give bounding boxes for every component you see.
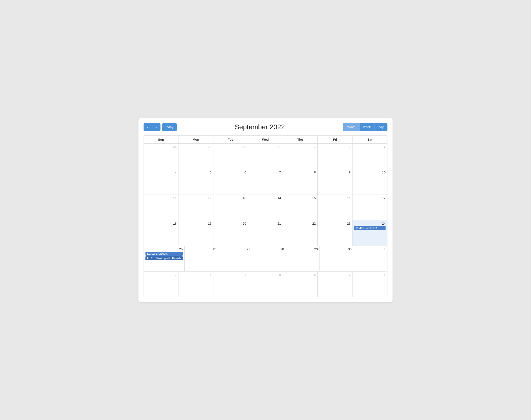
day-cell[interactable]: 28	[144, 144, 178, 169]
calendar-event[interactable]: 11:41pBreakfast!	[145, 252, 183, 256]
day-cell[interactable]: 18	[144, 220, 178, 246]
day-header-tue: Tue	[213, 135, 248, 143]
day-number: 5	[250, 273, 281, 276]
day-cell[interactable]: 30	[213, 144, 248, 169]
day-cell[interactable]: 6	[213, 169, 248, 195]
day-cell[interactable]: 29	[178, 144, 213, 169]
day-cell[interactable]: 1	[283, 144, 318, 169]
day-number: 7	[250, 170, 281, 174]
day-cell[interactable]: 12	[178, 195, 213, 220]
day-number: 21	[250, 222, 281, 225]
day-cell[interactable]: 16	[318, 195, 352, 220]
day-header-thu: Thu	[283, 135, 318, 143]
day-cell[interactable]: 30	[320, 246, 354, 271]
day-cell[interactable]: 6	[283, 271, 318, 297]
day-number: 30	[215, 145, 246, 149]
day-cell[interactable]: 3	[353, 144, 387, 169]
day-cell[interactable]: 19	[178, 220, 213, 246]
day-cell[interactable]: 8	[353, 271, 387, 297]
day-header-fri: Fri	[318, 135, 352, 143]
day-cell[interactable]: 2511:41pBreakfast!11:41pMeeting with Pam…	[144, 246, 185, 271]
week-row: 2345678	[144, 271, 387, 297]
nav-btn-group: ‹ ›	[144, 123, 161, 131]
day-cell[interactable]: 9	[318, 169, 352, 195]
day-number: 6	[215, 170, 246, 174]
event-time: 11:41p	[147, 252, 155, 255]
day-cell[interactable]: 2	[144, 271, 178, 297]
day-header-wed: Wed	[248, 135, 283, 143]
day-number: 12	[180, 196, 211, 200]
day-cell[interactable]: 2411:41pBreakfast!	[353, 220, 387, 246]
day-cell[interactable]: 2	[318, 144, 352, 169]
day-number: 30	[322, 247, 352, 251]
calendar-title: September 2022	[235, 123, 285, 131]
view-toggle: month week day	[343, 123, 387, 131]
day-cell[interactable]: 29	[286, 246, 320, 271]
day-number: 24	[354, 222, 386, 225]
day-cell[interactable]: 15	[283, 195, 318, 220]
day-cell[interactable]: 5	[248, 271, 283, 297]
day-cell[interactable]: 8	[283, 169, 318, 195]
week-row: 11121314151617	[144, 195, 387, 220]
day-number: 19	[180, 222, 211, 225]
day-cell[interactable]: 5	[178, 169, 213, 195]
today-button[interactable]: today	[162, 123, 177, 131]
day-number: 5	[180, 170, 211, 174]
day-cell[interactable]: 3	[178, 271, 213, 297]
day-cell[interactable]: 10	[353, 169, 387, 195]
calendar-event[interactable]: 11:41pMeeting with Pamela	[145, 256, 183, 260]
day-number: 4	[215, 273, 246, 276]
day-number: 16	[319, 196, 350, 200]
next-button[interactable]: ›	[152, 123, 161, 131]
day-number: 2	[319, 145, 350, 149]
day-headers: Sun Mon Tue Wed Thu Fri Sat	[144, 135, 387, 144]
day-cell[interactable]: 31	[248, 144, 283, 169]
week-row: 2511:41pBreakfast!11:41pMeeting with Pam…	[144, 246, 387, 271]
day-number: 6	[285, 273, 316, 276]
day-cell[interactable]: 28	[252, 246, 286, 271]
day-cell[interactable]: 4	[144, 169, 178, 195]
day-cell[interactable]: 23	[318, 220, 352, 246]
day-header-sun: Sun	[144, 135, 178, 143]
header-left: ‹ › today	[144, 123, 177, 131]
day-number: 3	[354, 145, 386, 149]
day-number: 1	[285, 145, 316, 149]
day-number: 2	[145, 273, 177, 276]
month-view-button[interactable]: month	[343, 123, 359, 131]
day-view-button[interactable]: day	[375, 123, 387, 131]
calendar-grid: Sun Mon Tue Wed Thu Fri Sat 282930311234…	[144, 135, 387, 297]
day-number: 28	[145, 145, 177, 149]
day-cell[interactable]: 7	[248, 169, 283, 195]
event-title: Meeting with Pamela	[156, 257, 181, 260]
event-time: 11:41p	[147, 257, 155, 260]
day-number: 22	[285, 222, 316, 225]
day-cell[interactable]: 4	[213, 271, 248, 297]
day-number: 13	[215, 196, 246, 200]
day-cell[interactable]: 13	[213, 195, 248, 220]
event-time: 11:41p	[355, 226, 364, 230]
calendar-weeks: 2829303112345678910111213141516171819202…	[144, 144, 387, 297]
day-number: 27	[220, 247, 250, 251]
day-number: 29	[180, 145, 211, 149]
day-number: 11	[145, 196, 177, 200]
day-cell[interactable]: 26	[185, 246, 219, 271]
day-cell[interactable]: 17	[353, 195, 387, 220]
day-cell[interactable]: 27	[218, 246, 252, 271]
day-cell[interactable]: 20	[213, 220, 248, 246]
day-number: 10	[354, 170, 386, 174]
day-number: 23	[319, 222, 350, 225]
day-header-sat: Sat	[353, 135, 387, 143]
day-cell[interactable]: 14	[248, 195, 283, 220]
day-cell[interactable]: 7	[318, 271, 352, 297]
prev-button[interactable]: ‹	[144, 123, 152, 131]
day-cell[interactable]: 11	[144, 195, 178, 220]
week-row: 28293031123	[144, 144, 387, 169]
day-cell[interactable]: 22	[283, 220, 318, 246]
day-number: 20	[215, 222, 246, 225]
week-view-button[interactable]: week	[359, 123, 375, 131]
day-number: 8	[285, 170, 316, 174]
calendar-header: ‹ › today September 2022 month week day	[144, 123, 387, 131]
day-cell[interactable]: 21	[248, 220, 283, 246]
day-cell[interactable]: 1	[353, 246, 387, 271]
calendar-event[interactable]: 11:41pBreakfast!	[354, 226, 386, 230]
